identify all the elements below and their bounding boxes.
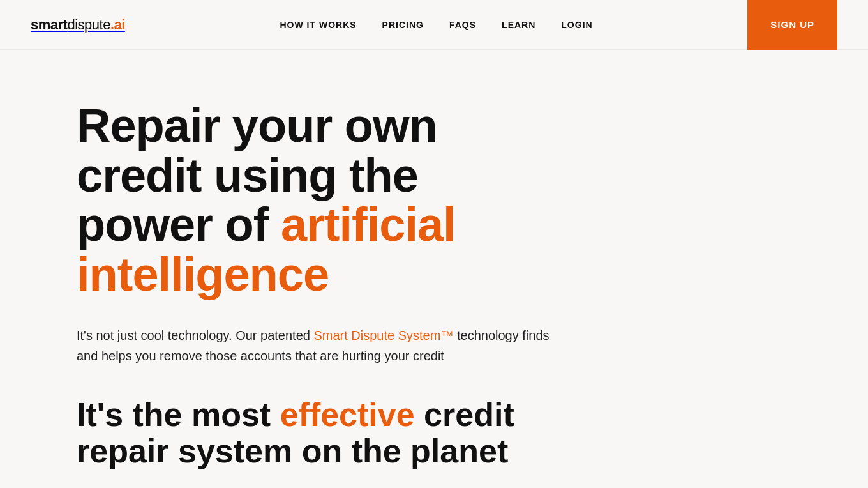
nav-pricing[interactable]: PRICING — [382, 20, 424, 30]
nav-faqs[interactable]: FAQS — [449, 20, 476, 30]
hero-title: Repair your own credit using the power o… — [77, 101, 562, 300]
nav-how-it-works[interactable]: HOW IT WORKS — [280, 20, 357, 30]
nav-login[interactable]: LOGIN — [561, 20, 592, 30]
hero-tagline-highlight: effective — [280, 396, 415, 433]
logo-ai: .ai — [110, 17, 125, 33]
hero-tagline-part1: It's the most — [77, 396, 280, 433]
site-header: smartdispute.ai HOW IT WORKS PRICING FAQ… — [0, 0, 868, 50]
hero-tagline: It's the most effective credit repair sy… — [77, 397, 562, 469]
hero-section: Repair your own credit using the power o… — [0, 50, 638, 488]
hero-subtitle-part1: It's not just cool technology. Our paten… — [77, 328, 313, 342]
logo-dispute: dispute — [67, 17, 110, 33]
nav-learn[interactable]: LEARN — [502, 20, 535, 30]
logo-smart: smart — [31, 17, 67, 33]
signup-header-button[interactable]: SIGN UP — [747, 0, 837, 50]
hero-subtitle: It's not just cool technology. Our paten… — [77, 325, 562, 366]
main-nav: HOW IT WORKS PRICING FAQS LEARN LOGIN — [280, 20, 593, 30]
hero-subtitle-link: Smart Dispute System™ — [313, 328, 453, 342]
logo[interactable]: smartdispute.ai — [31, 17, 125, 33]
